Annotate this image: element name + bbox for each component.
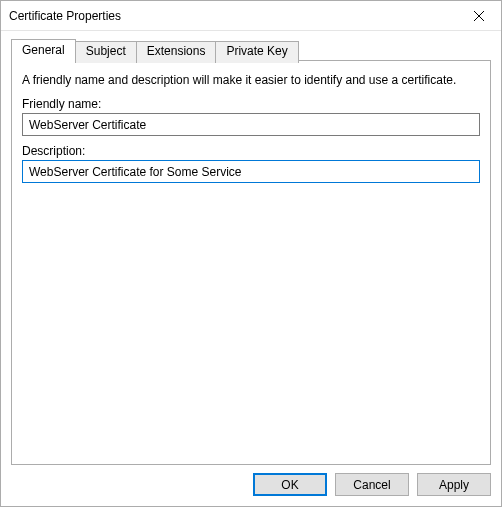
tab-panel-general: A friendly name and description will mak…	[11, 60, 491, 465]
ok-button[interactable]: OK	[253, 473, 327, 496]
certificate-properties-dialog: Certificate Properties General Subject E…	[0, 0, 502, 507]
window-title: Certificate Properties	[9, 9, 121, 23]
friendly-name-group: Friendly name:	[22, 97, 480, 136]
client-area: General Subject Extensions Private Key A…	[1, 31, 501, 506]
description-input[interactable]	[22, 160, 480, 183]
help-text: A friendly name and description will mak…	[22, 73, 480, 87]
friendly-name-input[interactable]	[22, 113, 480, 136]
apply-button[interactable]: Apply	[417, 473, 491, 496]
close-button[interactable]	[456, 1, 501, 30]
friendly-name-label: Friendly name:	[22, 97, 480, 111]
cancel-button[interactable]: Cancel	[335, 473, 409, 496]
titlebar: Certificate Properties	[1, 1, 501, 31]
close-icon	[474, 11, 484, 21]
tab-general[interactable]: General	[11, 39, 76, 61]
description-group: Description:	[22, 144, 480, 183]
description-label: Description:	[22, 144, 480, 158]
tab-private-key[interactable]: Private Key	[215, 41, 298, 63]
tab-extensions[interactable]: Extensions	[136, 41, 217, 63]
tab-subject[interactable]: Subject	[75, 41, 137, 63]
button-row: OK Cancel Apply	[11, 465, 491, 496]
tab-strip: General Subject Extensions Private Key	[11, 39, 491, 61]
